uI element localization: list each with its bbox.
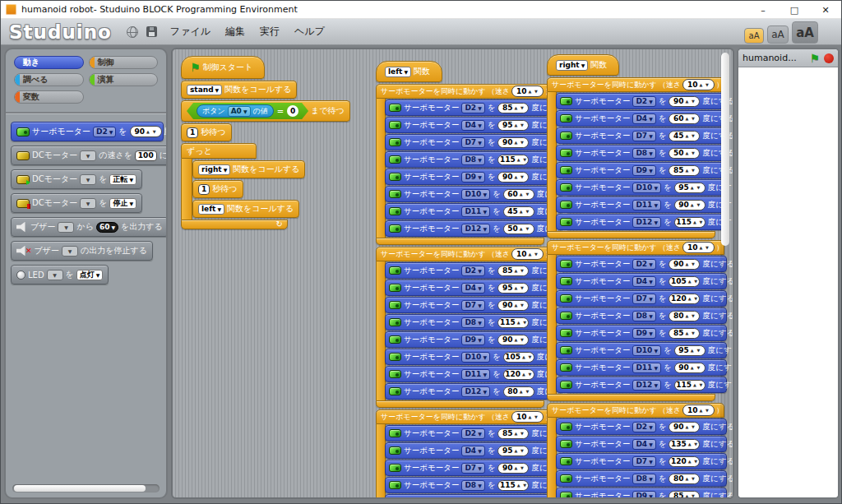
port-dropdown[interactable]: D8▼ <box>461 480 484 491</box>
function-name-dropdown[interactable]: right▼ <box>556 60 588 71</box>
angle-input[interactable]: 95▲ ▼ <box>497 120 529 131</box>
servo-block[interactable]: サーボモーター D7▼ を 120▲ ▼ 度にする <box>556 453 727 469</box>
port-dropdown[interactable]: D7▼ <box>632 294 655 304</box>
angle-input[interactable]: 80▲ ▼ <box>669 311 700 321</box>
port-dropdown[interactable]: D4▼ <box>632 276 655 287</box>
wait-seconds-block[interactable]: 1 秒待つ <box>192 180 243 198</box>
port-dropdown[interactable]: D7▼ <box>632 456 655 467</box>
servo-block[interactable]: サーボモーター D11▼ を 45▲ ▼ 度にする <box>385 203 549 220</box>
port-dropdown[interactable]: D2▼ <box>93 127 116 137</box>
font-size-medium-button[interactable]: aA <box>767 25 789 44</box>
angle-input[interactable]: 90▲ ▼ <box>669 96 700 107</box>
palette-category[interactable]: 動き <box>14 56 84 69</box>
speed-input[interactable]: 10▲ ▼ <box>682 242 715 253</box>
menu-item[interactable]: 編集 <box>225 25 245 39</box>
port-dropdown[interactable]: D4▼ <box>461 446 484 456</box>
servo-block[interactable]: サーボモーター D9▼ を 85▲ ▼ 度にする <box>556 162 727 178</box>
port-dropdown[interactable]: ▼ <box>62 246 78 257</box>
servo-block[interactable]: サーボモーター D4▼ を 105▲ ▼ 度にする <box>556 273 727 289</box>
angle-input[interactable]: 120▲ ▼ <box>669 294 700 304</box>
angle-input[interactable]: 85▲ ▼ <box>497 428 529 439</box>
angle-input[interactable]: 90▲ ▼ <box>497 137 529 148</box>
forever-block[interactable]: ずっと right▼ 関数をコールする 1 秒待つ left▼ 関数をコールする <box>181 143 305 229</box>
servo-block[interactable]: サーボモーター D8▼ を 80▲ ▼ 度にする <box>556 307 727 324</box>
port-dropdown[interactable]: ▼ <box>58 222 74 233</box>
sync-move-block[interactable]: サーボモーターを同時に動かす （速さ 10▲ ▼ ） サーボモーター D2▼ を… <box>376 409 553 499</box>
script-scrollbar[interactable] <box>720 53 730 494</box>
function-dropdown[interactable]: left▼ <box>198 204 224 215</box>
port-dropdown[interactable]: D12▼ <box>461 386 490 397</box>
port-dropdown[interactable]: D11▼ <box>632 363 661 373</box>
angle-input[interactable]: 80▲ ▼ <box>503 386 534 397</box>
equals-operator[interactable]: ボタン A0▼ の値 = 0 <box>187 103 308 119</box>
palette-buzzer-on-block[interactable]: ブザー ▼ から 60▼ を出力する <box>11 217 168 237</box>
sync-move-block[interactable]: サーボモーターを同時に動かす （速さ 10▲ ▼ ） サーボモーター D2▼ を… <box>547 403 727 499</box>
servo-block[interactable]: サーボモーター D4▼ を 60▲ ▼ 度にする <box>556 110 727 127</box>
palette-servo-block[interactable]: サーボモーター D2▼ を 90▲ ▼ 度にする <box>11 122 164 141</box>
port-dropdown[interactable]: D8▼ <box>461 155 484 165</box>
stop-button[interactable] <box>824 53 834 63</box>
angle-input[interactable]: 60▲ ▼ <box>503 189 534 200</box>
angle-input[interactable]: 115▲ ▼ <box>497 480 529 491</box>
angle-input[interactable]: 50▲ ▼ <box>503 224 534 234</box>
port-dropdown[interactable]: D4▼ <box>632 113 655 124</box>
start-hat-block[interactable]: ⚑ 制御スタート <box>181 56 265 79</box>
servo-block[interactable]: サーボモーター D7▼ を 90▲ ▼ 度にする <box>385 460 549 476</box>
angle-input[interactable]: 90▲ ▼ <box>669 259 700 270</box>
port-dropdown[interactable]: D11▼ <box>632 200 661 210</box>
port-dropdown[interactable]: D9▼ <box>461 172 484 183</box>
angle-input[interactable]: 120▲ ▼ <box>669 456 700 467</box>
wait-until-block[interactable]: ボタン A0▼ の値 = 0 まで待つ <box>181 100 350 122</box>
call-left-block[interactable]: left▼ 関数をコールする <box>192 200 299 218</box>
port-dropdown[interactable]: D12▼ <box>461 224 490 234</box>
button-value-reporter[interactable]: ボタン A0▼ の値 <box>197 104 274 118</box>
port-dropdown[interactable]: D9▼ <box>461 497 484 500</box>
speed-input[interactable]: 10▲ ▼ <box>511 86 544 97</box>
port-dropdown[interactable]: D8▼ <box>632 311 655 321</box>
palette-led-block[interactable]: LED ▼ を 点灯▼ <box>11 265 109 284</box>
left-function-hat[interactable]: left▼ 関数 <box>376 61 442 82</box>
stop-dropdown[interactable]: 停止▼ <box>109 198 136 209</box>
menu-item[interactable]: ファイル <box>170 25 210 39</box>
menu-item[interactable]: ヘルプ <box>294 25 325 39</box>
servo-block[interactable]: サーボモーター D4▼ を 135▲ ▼ 度にする <box>556 436 727 452</box>
angle-input[interactable]: 105▲ ▼ <box>669 276 700 287</box>
port-dropdown[interactable]: D10▼ <box>461 189 490 200</box>
port-dropdown[interactable]: D2▼ <box>632 259 655 270</box>
port-dropdown[interactable]: ▼ <box>47 270 63 280</box>
servo-block[interactable]: サーボモーター D10▼ を 105▲ ▼ 度にする <box>385 349 549 365</box>
port-dropdown[interactable]: D11▼ <box>461 206 490 217</box>
servo-block[interactable]: サーボモーター D11▼ を 90▲ ▼ 度にする <box>556 197 727 213</box>
port-dropdown[interactable]: D9▼ <box>461 335 484 345</box>
servo-block[interactable]: サーボモーター D2▼ を 90▲ ▼ 度にする <box>556 418 727 435</box>
font-size-large-button[interactable]: aA <box>792 21 818 44</box>
servo-block[interactable]: サーボモーター D11▼ を 90▲ ▼ 度にする <box>556 359 727 376</box>
port-dropdown[interactable]: D2▼ <box>461 103 484 113</box>
angle-input[interactable]: 90▲ ▼ <box>497 463 529 474</box>
angle-input[interactable]: 90▲ ▼ <box>497 172 529 183</box>
maximize-button[interactable]: □ <box>779 1 810 19</box>
servo-block[interactable]: サーボモーター D9▼ を 90▲ ▼ 度にする <box>385 331 549 348</box>
palette-dc-stop-block[interactable]: DCモーター ▼ を 停止▼ <box>11 193 142 213</box>
port-dropdown[interactable]: D10▼ <box>632 183 661 193</box>
palette-category[interactable]: 調べる <box>14 73 84 86</box>
servo-block[interactable]: サーボモーター D10▼ を 95▲ ▼ 度にする <box>556 179 727 196</box>
function-dropdown[interactable]: stand▼ <box>187 85 222 95</box>
angle-input[interactable]: 95▲ ▼ <box>497 283 529 294</box>
value-input[interactable]: 0 <box>287 105 298 117</box>
angle-input[interactable]: 80▲ ▼ <box>669 474 700 484</box>
servo-block[interactable]: サーボモーター D12▼ を 115▲ ▼ 度にする <box>556 377 727 393</box>
palette-dc-rotate-block[interactable]: DCモーター ▼ を 正転▼ <box>11 169 142 189</box>
script-area[interactable]: ⚑ 制御スタート stand▼ 関数をコールする ボタン A0▼ の値 = 0 … <box>171 48 734 499</box>
speed-input[interactable]: 10▲ ▼ <box>511 248 544 260</box>
port-dropdown[interactable]: D9▼ <box>632 491 655 500</box>
angle-input[interactable]: 90▲ ▼ <box>130 126 162 137</box>
angle-input[interactable]: 85▲ ▼ <box>669 328 700 339</box>
angle-input[interactable]: 45▲ ▼ <box>669 131 700 141</box>
angle-input[interactable]: 115▲ ▼ <box>674 380 706 391</box>
port-dropdown[interactable]: D12▼ <box>632 217 661 228</box>
sync-move-block[interactable]: サーボモーターを同時に動かす （速さ 10▲ ▼ ） サーボモーター D2▼ を… <box>547 77 727 238</box>
port-dropdown[interactable]: D2▼ <box>461 428 484 439</box>
servo-block[interactable]: サーボモーター D9▼ を 85▲ ▼ 度にする <box>556 488 727 499</box>
green-flag-button[interactable]: ⚑ <box>809 53 820 64</box>
